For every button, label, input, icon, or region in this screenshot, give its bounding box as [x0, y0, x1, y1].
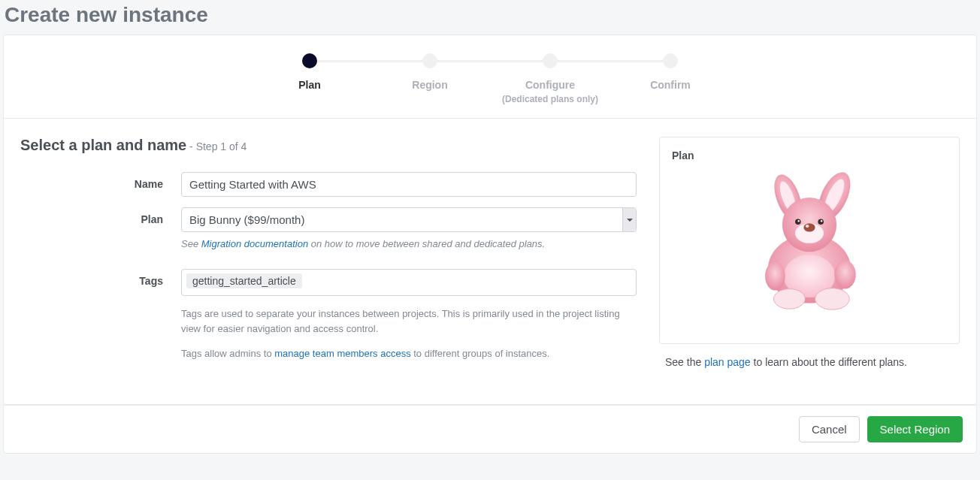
- form-row-tags: Tags getting_started_article Tags are us…: [20, 269, 637, 361]
- form-row-plan: Plan Big Bunny ($99/month) See Migration…: [20, 207, 637, 249]
- plan-hint: See Migration documentation on how to mo…: [181, 238, 637, 249]
- select-region-button[interactable]: Select Region: [867, 416, 963, 442]
- tag-chip[interactable]: getting_started_article: [186, 273, 302, 288]
- page-title: Create new instance: [0, 0, 980, 35]
- step-connector: [558, 60, 663, 62]
- plan-select-value: Big Bunny ($99/month): [182, 208, 622, 231]
- bunny-icon: [738, 169, 881, 312]
- tags-hint-1: Tags are used to separate your instances…: [181, 306, 637, 336]
- step-connector: [317, 60, 422, 62]
- manage-access-link[interactable]: manage team members access: [274, 348, 410, 359]
- chevron-down-icon: [622, 208, 636, 231]
- step-sublabel: (Dedicated plans only): [490, 94, 610, 104]
- svg-point-9: [806, 225, 809, 228]
- step-region[interactable]: Region: [370, 53, 490, 91]
- plan-preview-column: Plan: [659, 137, 960, 386]
- step-connector: [437, 60, 543, 62]
- plan-preview-card: Plan: [659, 137, 960, 344]
- plan-page-hint: See the plan page to learn about the dif…: [659, 356, 960, 368]
- form: Name Plan Big Bunny ($99/month) See Migr…: [20, 172, 637, 361]
- tags-hint-2: Tags allow admins to manage team members…: [181, 346, 637, 361]
- step-confirm[interactable]: Confirm: [610, 53, 730, 91]
- svg-point-8: [803, 223, 815, 231]
- step-label: Configure: [490, 79, 610, 91]
- migration-doc-link[interactable]: Migration documentation: [201, 238, 308, 249]
- svg-point-13: [821, 220, 822, 222]
- section-header: Select a plan and name - Step 1 of 4: [20, 137, 637, 154]
- svg-point-10: [795, 219, 801, 225]
- section-step-indicator: - Step 1 of 4: [189, 140, 247, 152]
- svg-point-14: [765, 262, 785, 291]
- tags-label: Tags: [20, 269, 181, 287]
- tags-input[interactable]: getting_started_article: [181, 269, 637, 296]
- step-dot-icon: [302, 53, 317, 68]
- form-column: Select a plan and name - Step 1 of 4 Nam…: [20, 137, 637, 386]
- step-plan[interactable]: Plan: [250, 53, 370, 91]
- step-label: Plan: [250, 79, 370, 91]
- name-input[interactable]: [181, 172, 637, 197]
- step-label: Confirm: [610, 79, 730, 91]
- svg-point-15: [834, 261, 856, 289]
- plan-label: Plan: [20, 207, 181, 225]
- plan-page-link[interactable]: plan page: [704, 356, 751, 368]
- step-dot-icon: [663, 53, 678, 68]
- plan-mascot: [672, 169, 947, 314]
- plan-card-title: Plan: [672, 149, 947, 162]
- name-label: Name: [20, 172, 181, 190]
- svg-point-11: [818, 219, 824, 225]
- form-row-name: Name: [20, 172, 637, 197]
- section-heading: Select a plan and name: [20, 137, 186, 153]
- plan-select[interactable]: Big Bunny ($99/month): [181, 207, 637, 232]
- wizard-footer: Cancel Select Region: [3, 405, 977, 454]
- content-area: Select a plan and name - Step 1 of 4 Nam…: [4, 119, 976, 404]
- step-label: Region: [370, 79, 490, 91]
- step-dot-icon: [543, 53, 558, 68]
- step-dot-icon: [422, 53, 437, 68]
- svg-point-12: [798, 220, 800, 222]
- stepper: Plan Region Configure (Dedicated plans o…: [4, 35, 976, 119]
- wizard-card: Plan Region Configure (Dedicated plans o…: [3, 35, 977, 405]
- cancel-button[interactable]: Cancel: [799, 416, 860, 442]
